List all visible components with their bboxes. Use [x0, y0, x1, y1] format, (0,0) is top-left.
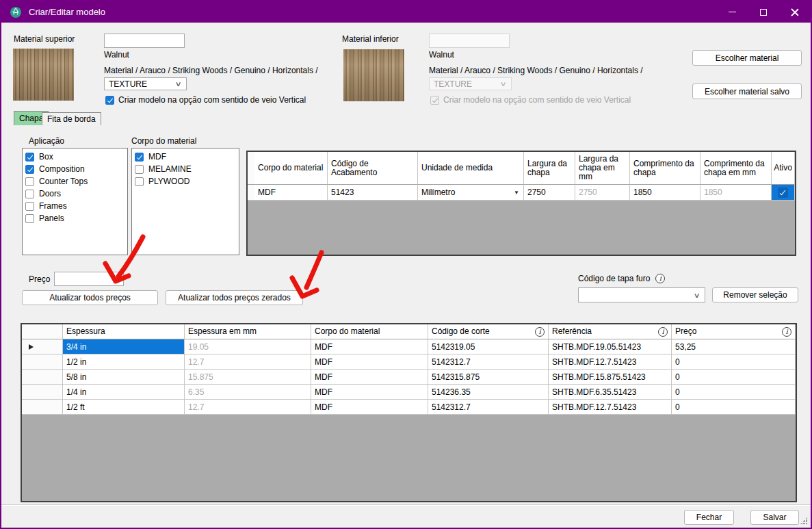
corpo-material-listbox[interactable]: MDF MELAMINE PLYWOOD	[131, 148, 239, 255]
cell-espessura[interactable]: 1/2 in	[63, 354, 185, 370]
aplicacao-item-doors[interactable]: Doors	[23, 188, 127, 200]
cell-codigo-corte[interactable]: 5142312.7	[428, 400, 549, 415]
cell-referencia[interactable]: SHTB.MDF.12.7.51423	[549, 354, 672, 370]
th-col-referencia: Referência	[549, 324, 672, 339]
cell-referencia[interactable]: SHTB.MDF.12.7.51423	[549, 400, 672, 415]
aplicacao-item-composition[interactable]: Composition	[23, 163, 127, 175]
chevron-down-icon: ∨	[499, 80, 506, 88]
cell-referencia[interactable]: SHTB.MDF.19.05.51423	[549, 339, 672, 354]
item-label: MELAMINE	[148, 164, 192, 174]
aplicacao-item-box[interactable]: Box	[23, 151, 127, 163]
checkbox[interactable]	[135, 177, 144, 186]
sheet-col-largura-mm: Largura da chapa em mm	[575, 152, 630, 185]
vertical-grain-checkbox[interactable]	[105, 96, 114, 105]
cell-espessura[interactable]: 5/8 in	[63, 370, 185, 385]
row-selector[interactable]	[22, 400, 63, 415]
checkbox[interactable]	[135, 153, 144, 162]
cell-codigo-corte[interactable]: 5142312.7	[428, 354, 549, 370]
ativo-checkbox[interactable]	[778, 188, 788, 198]
cell-corpo[interactable]: MDF	[311, 354, 428, 370]
escolher-material-button[interactable]: Escolher material	[692, 50, 802, 66]
cell-corpo[interactable]: MDF	[311, 339, 428, 354]
corpo-item-plywood[interactable]: PLYWOOD	[132, 175, 239, 188]
vertical-grain-checkbox-row[interactable]: Criar modelo na opção com sentido de vei…	[105, 95, 306, 105]
cell-preco[interactable]: 53,25	[672, 339, 796, 354]
preco-input[interactable]	[54, 272, 124, 286]
cell-referencia[interactable]: SHTB.MDF.15.875.51423	[549, 370, 672, 385]
texture-value: TEXTURE	[109, 79, 147, 89]
atualizar-todos-precos-button[interactable]: Atualizar todos preços	[22, 290, 158, 305]
sheet-cell-largura[interactable]: 2750	[524, 185, 575, 201]
tapa-furo-select[interactable]: ∨	[578, 287, 705, 302]
cell-preco[interactable]: 0	[672, 354, 796, 370]
material-inferior-path: Material / Arauco / Striking Woods / Gen…	[429, 66, 643, 75]
row-selector[interactable]	[22, 339, 63, 354]
item-label: Box	[39, 152, 53, 162]
row-selector[interactable]	[22, 385, 63, 400]
aplicacao-listbox[interactable]: Box Composition Counter Tops Doors Frame…	[22, 148, 128, 255]
close-button[interactable]	[779, 1, 811, 23]
corpo-item-melamine[interactable]: MELAMINE	[132, 163, 239, 175]
cell-preco[interactable]: 0	[672, 385, 796, 400]
cell-espessura-mm: 19.05	[185, 339, 311, 354]
vertical-grain-checkbox-disabled	[430, 96, 439, 105]
checkbox[interactable]	[25, 214, 34, 223]
vertical-grain-label: Criar modelo na opção com sentido de vei…	[443, 95, 631, 105]
checkbox[interactable]	[135, 165, 144, 174]
cell-codigo-corte[interactable]: 514236.35	[428, 385, 549, 400]
resize-grip[interactable]	[800, 517, 807, 524]
vertical-grain-checkbox-row-disabled: Criar modelo na opção com sentido de vei…	[430, 95, 631, 105]
cell-espessura-mm: 15.875	[185, 370, 311, 385]
cell-corpo[interactable]: MDF	[311, 400, 428, 415]
tapa-furo-label-row: Código de tapa furo	[578, 274, 665, 283]
cell-espessura[interactable]: 1/2 ft	[63, 400, 185, 415]
cell-codigo-corte[interactable]: 5142319.05	[428, 339, 549, 354]
checkbox[interactable]	[25, 153, 34, 162]
th-col-codigo-corte: Código de corte	[428, 324, 549, 339]
tab-fita-de-borda[interactable]: Fita de borda	[42, 112, 101, 125]
cell-corpo[interactable]: MDF	[311, 385, 428, 400]
corpo-item-mdf[interactable]: MDF	[132, 151, 239, 163]
escolher-material-salvo-button[interactable]: Escolher material salvo	[692, 83, 802, 99]
remover-selecao-button[interactable]: Remover seleção	[712, 287, 798, 302]
cell-espessura[interactable]: 1/4 in	[63, 385, 185, 400]
item-label: Frames	[39, 201, 67, 211]
aplicacao-item-counter-tops[interactable]: Counter Tops	[23, 175, 127, 188]
aplicacao-label: Aplicação	[29, 136, 64, 146]
cell-espessura-mm: 12.7	[185, 400, 311, 415]
row-selector[interactable]	[22, 370, 63, 385]
material-superior-texture-select[interactable]: TEXTURE ∨	[104, 77, 187, 90]
preco-label: Preço	[29, 274, 50, 284]
texture-value: TEXTURE	[434, 79, 472, 89]
checkbox[interactable]	[25, 190, 34, 198]
item-label: Counter Tops	[39, 177, 88, 186]
checkbox[interactable]	[25, 202, 34, 211]
sheet-cell-codigo-acabamento[interactable]: 51423	[328, 185, 418, 201]
minimize-button[interactable]	[716, 1, 748, 23]
cell-preco[interactable]: 0	[672, 400, 796, 415]
row-selector[interactable]	[22, 354, 63, 370]
dropdown-arrow-icon[interactable]: ▼	[514, 190, 520, 196]
sheet-cell-largura-mm: 2750	[575, 185, 630, 201]
checkbox[interactable]	[25, 165, 34, 174]
atualizar-precos-zerados-button[interactable]: Atualizar todos preços zerados	[166, 290, 303, 305]
maximize-button[interactable]	[748, 1, 779, 23]
cell-corpo[interactable]: MDF	[311, 370, 428, 385]
cell-codigo-corte[interactable]: 5142315.875	[428, 370, 549, 385]
salvar-button[interactable]: Salvar	[750, 510, 799, 525]
fechar-button[interactable]: Fechar	[684, 510, 734, 525]
item-label: Doors	[39, 189, 61, 198]
sheet-cell-ativo[interactable]	[772, 185, 795, 201]
checkbox[interactable]	[25, 177, 34, 186]
cell-espessura[interactable]: 3/4 in	[63, 339, 185, 354]
cell-referencia[interactable]: SHTB.MDF.6.35.51423	[549, 385, 672, 400]
aplicacao-item-panels[interactable]: Panels	[23, 212, 127, 224]
sheet-cell-comprimento-mm: 1850	[700, 185, 772, 201]
sheet-cell-corpo[interactable]: MDF	[254, 185, 328, 201]
cell-preco[interactable]: 0	[672, 370, 796, 385]
info-icon	[535, 327, 545, 337]
sheet-cell-comprimento[interactable]: 1850	[630, 185, 700, 201]
sheet-cell-unidade-combo[interactable]: Milímetro▼	[418, 185, 524, 201]
aplicacao-item-frames[interactable]: Frames	[23, 200, 127, 212]
material-superior-input[interactable]	[104, 34, 185, 48]
